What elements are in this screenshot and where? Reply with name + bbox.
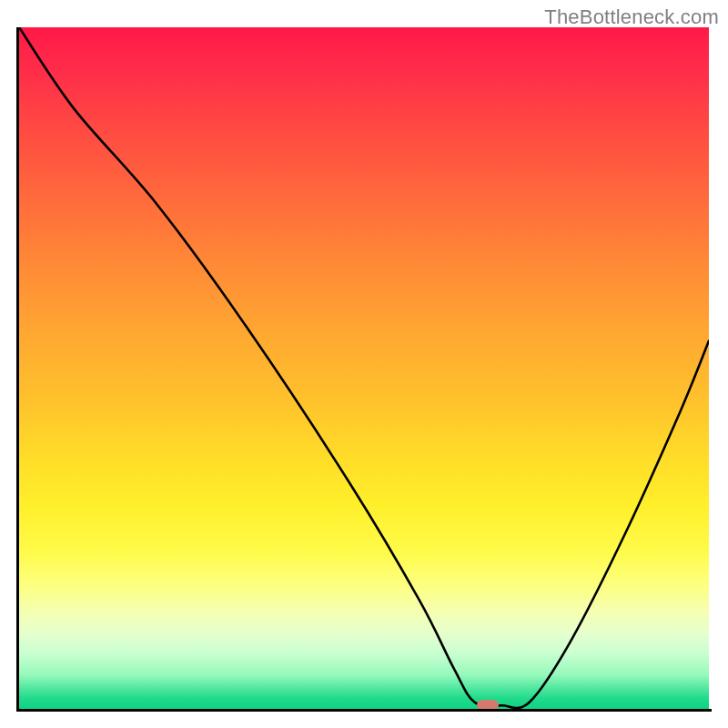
chart-container: TheBottleneck.com	[0, 0, 728, 728]
axes-frame	[16, 27, 712, 712]
watermark-label: TheBottleneck.com	[544, 5, 719, 29]
